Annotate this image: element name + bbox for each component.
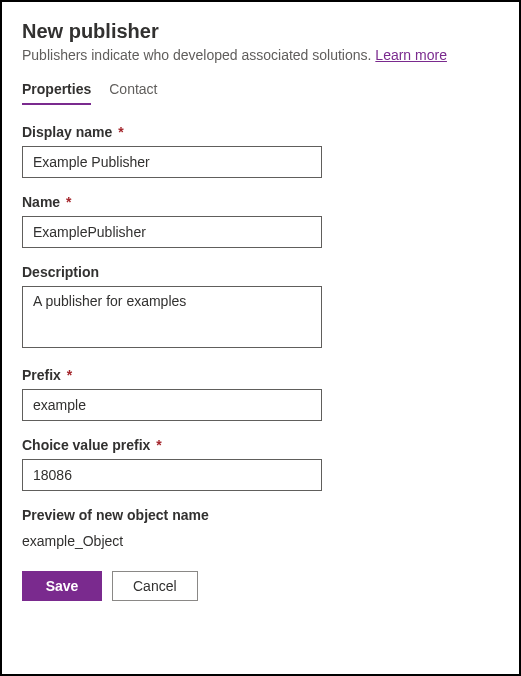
- tab-properties[interactable]: Properties: [22, 81, 91, 105]
- description-input[interactable]: A publisher for examples: [22, 286, 322, 348]
- preview-label: Preview of new object name: [22, 507, 499, 523]
- page-subtitle: Publishers indicate who developed associ…: [22, 47, 499, 63]
- subtitle-text: Publishers indicate who developed associ…: [22, 47, 375, 63]
- learn-more-link[interactable]: Learn more: [375, 47, 447, 63]
- button-row: Save Cancel: [22, 571, 499, 601]
- required-indicator: *: [63, 367, 72, 383]
- description-label: Description: [22, 264, 499, 280]
- preview-group: Preview of new object name example_Objec…: [22, 507, 499, 549]
- page-title: New publisher: [22, 20, 499, 43]
- display-name-label: Display name *: [22, 124, 499, 140]
- choice-value-prefix-label-text: Choice value prefix: [22, 437, 150, 453]
- prefix-label-text: Prefix: [22, 367, 61, 383]
- tabs: Properties Contact: [22, 81, 499, 106]
- display-name-group: Display name *: [22, 124, 499, 178]
- required-indicator: *: [152, 437, 161, 453]
- display-name-input[interactable]: [22, 146, 322, 178]
- tab-contact[interactable]: Contact: [109, 81, 157, 105]
- description-group: Description A publisher for examples: [22, 264, 499, 351]
- save-button[interactable]: Save: [22, 571, 102, 601]
- required-indicator: *: [62, 194, 71, 210]
- preview-value: example_Object: [22, 533, 499, 549]
- prefix-group: Prefix *: [22, 367, 499, 421]
- prefix-label: Prefix *: [22, 367, 499, 383]
- name-group: Name *: [22, 194, 499, 248]
- name-label: Name *: [22, 194, 499, 210]
- cancel-button[interactable]: Cancel: [112, 571, 198, 601]
- name-input[interactable]: [22, 216, 322, 248]
- prefix-input[interactable]: [22, 389, 322, 421]
- display-name-label-text: Display name: [22, 124, 112, 140]
- choice-value-prefix-input[interactable]: [22, 459, 322, 491]
- choice-value-prefix-group: Choice value prefix *: [22, 437, 499, 491]
- choice-value-prefix-label: Choice value prefix *: [22, 437, 499, 453]
- name-label-text: Name: [22, 194, 60, 210]
- required-indicator: *: [114, 124, 123, 140]
